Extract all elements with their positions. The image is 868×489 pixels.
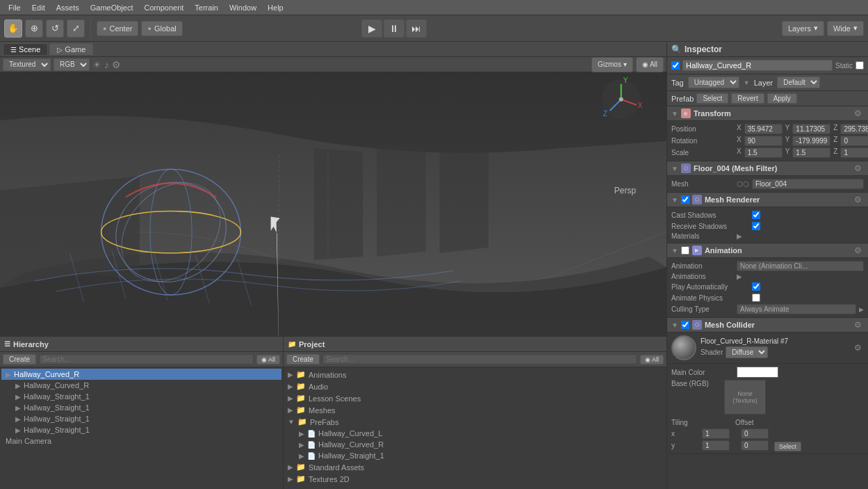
revert-button[interactable]: Revert [731, 93, 764, 104]
hierarchy-item[interactable]: ▶ Hallway_Straight_1 [1, 413, 281, 424]
tiling-y-field[interactable] [702, 440, 730, 451]
scale-z-field[interactable] [840, 147, 868, 158]
project-create-button[interactable]: Create [286, 354, 320, 364]
tab-scene[interactable]: ☰ Scene [3, 43, 48, 55]
apply-button[interactable]: Apply [767, 93, 797, 104]
hierarchy-search[interactable] [39, 354, 254, 364]
offset-x-field[interactable] [741, 428, 769, 439]
texture-select-button[interactable]: Select [774, 442, 801, 451]
transform-header[interactable]: ▼ ⊕ Transform ⚙ [667, 106, 868, 121]
animation-gear-icon[interactable]: ⚙ [854, 246, 864, 255]
menu-terrain[interactable]: Terrain [189, 2, 224, 13]
mesh-renderer-gear-icon[interactable]: ⚙ [854, 195, 864, 205]
hierarchy-item[interactable]: ▶ Hallway_Straight_1 [1, 391, 281, 402]
animation-clip-field[interactable] [737, 261, 864, 271]
mesh-collider-gear-icon[interactable]: ⚙ [854, 320, 864, 330]
mesh-collider-header[interactable]: ▼ ⬡ Mesh Collider ⚙ [667, 318, 868, 332]
project-search[interactable] [322, 354, 637, 364]
project-all-button[interactable]: ◉ All [640, 355, 664, 364]
cast-shadows-checkbox[interactable] [752, 211, 760, 219]
menu-window[interactable]: Window [224, 2, 262, 13]
sun-icon[interactable]: ☀ [92, 59, 101, 70]
mesh-filter-header[interactable]: ▼ ⬡ Floor_004 (Mesh Filter) ⚙ [667, 161, 868, 176]
object-name-field[interactable] [682, 60, 833, 71]
rot-z-field[interactable] [840, 136, 868, 146]
scale-x-field[interactable] [744, 147, 783, 158]
pos-x-field[interactable] [744, 124, 783, 134]
project-item-straight-1[interactable]: ▶ 📄 Hallway_Straight_1 [285, 450, 665, 461]
hand-tool[interactable]: ✋ [4, 19, 22, 38]
animate-physics-checkbox[interactable] [752, 294, 760, 302]
global-toggle[interactable]: ● Global [141, 21, 182, 36]
select-prefab-button[interactable]: Select [696, 93, 728, 104]
tiling-x-field[interactable] [702, 428, 730, 439]
hierarchy-item[interactable]: ▶ Hallway_Straight_1 [1, 424, 281, 435]
shading-dropdown[interactable]: Textured [3, 58, 51, 71]
project-item-animations[interactable]: ▶ 📁 Animations [285, 369, 665, 380]
static-checkbox[interactable] [855, 61, 864, 70]
object-active-checkbox[interactable] [671, 61, 680, 70]
project-item-textures[interactable]: ▶ 📁 Textures 2D [285, 473, 665, 485]
shader-dropdown[interactable]: Diffuse [726, 346, 768, 358]
step-button[interactable]: ⏭ [406, 19, 427, 38]
menu-assets[interactable]: Assets [51, 2, 85, 13]
rotate-tool[interactable]: ↺ [46, 19, 64, 38]
project-item-audio[interactable]: ▶ 📁 Audio [285, 380, 665, 392]
rgb-dropdown[interactable]: RGB [54, 58, 90, 71]
hierarchy-item[interactable]: ▶ Hallway_Curved_R [1, 380, 281, 391]
menu-gameobject[interactable]: GameObject [85, 2, 139, 13]
receive-shadows-checkbox[interactable] [752, 222, 760, 230]
animation-enable-checkbox[interactable] [681, 246, 689, 255]
hierarchy-item[interactable]: ▶ Hallway_Curved_R [1, 369, 281, 380]
pause-button[interactable]: ⏸ [384, 19, 404, 38]
offset-y-field[interactable] [741, 440, 769, 451]
main-color-swatch[interactable] [737, 367, 778, 378]
mesh-renderer-header[interactable]: ▼ ⬡ Mesh Renderer ⚙ [667, 193, 868, 207]
menu-help[interactable]: Help [262, 2, 289, 13]
menu-file[interactable]: File [3, 2, 26, 13]
layers-dropdown[interactable]: Layers ▾ [782, 21, 824, 36]
project-item-standard-assets[interactable]: ▶ 📁 Standard Assets [285, 461, 665, 473]
hierarchy-create-button[interactable]: Create [3, 354, 36, 364]
transform-gear-icon[interactable]: ⚙ [854, 109, 864, 118]
play-button[interactable]: ▶ [361, 19, 382, 38]
move-tool[interactable]: ⊕ [25, 19, 43, 38]
project-item-curved-r[interactable]: ▶ 📄 Hallway_Curved_R [285, 439, 665, 450]
mesh-field[interactable] [752, 179, 864, 189]
all-toggle[interactable]: ◉ All [636, 57, 664, 72]
materials-collapse[interactable]: ▶ [737, 232, 742, 240]
animation-header[interactable]: ▼ ▶ Animation ⚙ [667, 243, 868, 258]
hierarchy-item[interactable]: Main Camera [1, 435, 281, 447]
layout-dropdown[interactable]: Wide ▾ [827, 21, 864, 36]
menu-component[interactable]: Component [138, 2, 189, 13]
gizmos-dropdown[interactable]: Gizmos ▾ [591, 57, 633, 72]
effects-icon[interactable]: ⚙ [112, 59, 121, 70]
material-gear-icon[interactable]: ⚙ [854, 343, 864, 353]
tag-dropdown[interactable]: Untagged [688, 77, 739, 88]
animations-collapse[interactable]: ▶ [737, 273, 742, 280]
texture-preview[interactable]: None (Texture) [724, 380, 766, 415]
project-item-meshes[interactable]: ▶ 📁 Meshes [285, 404, 665, 416]
scale-y-field[interactable] [792, 147, 830, 158]
scale-tool[interactable]: ⤢ [67, 19, 85, 38]
layer-dropdown[interactable]: Default [777, 77, 820, 88]
pos-z-field[interactable] [840, 124, 868, 134]
culling-field[interactable] [737, 304, 856, 314]
mesh-collider-enable-checkbox[interactable] [681, 321, 689, 329]
scene-viewport[interactable]: Y X Z Persp [0, 72, 666, 336]
hierarchy-item[interactable]: ▶ Hallway_Straight_1 [1, 402, 281, 413]
rot-y-field[interactable] [792, 136, 830, 146]
mesh-filter-gear-icon[interactable]: ⚙ [854, 163, 864, 173]
project-item-curved-l[interactable]: ▶ 📄 Hallway_Curved_L [285, 428, 665, 439]
play-auto-checkbox[interactable] [752, 282, 760, 291]
pos-y-field[interactable] [792, 124, 830, 134]
rot-x-field[interactable] [744, 136, 783, 146]
mesh-renderer-enable-checkbox[interactable] [681, 195, 689, 204]
project-item-prefabs[interactable]: ▼ 📁 PreFabs [285, 416, 665, 428]
audio-icon[interactable]: ♪ [104, 59, 109, 70]
tab-game[interactable]: ▷ Game [49, 43, 93, 55]
center-toggle[interactable]: ● Center [97, 21, 138, 36]
project-item-lesson-scenes[interactable]: ▶ 📁 Lesson Scenes [285, 392, 665, 404]
menu-edit[interactable]: Edit [26, 2, 51, 13]
hierarchy-all-button[interactable]: ◉ All [256, 355, 280, 364]
